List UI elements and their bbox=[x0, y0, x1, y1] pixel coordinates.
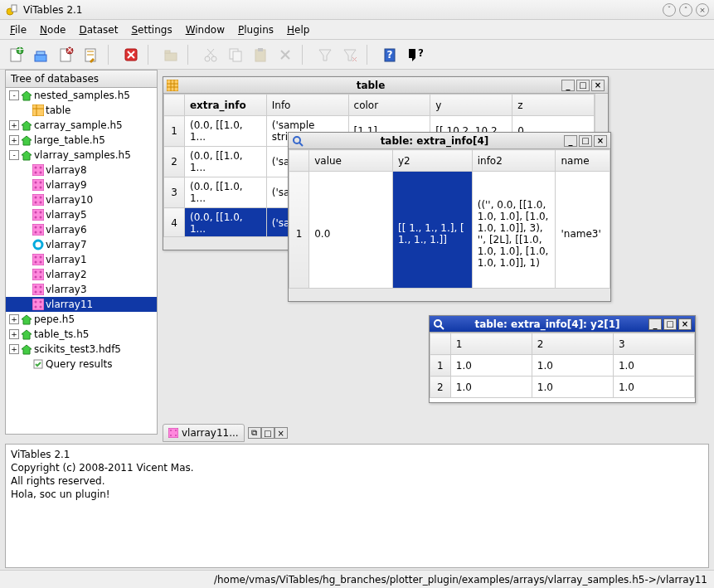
tree-item[interactable]: vlarray2 bbox=[6, 267, 157, 282]
cut-button[interactable] bbox=[199, 43, 222, 66]
menu-help[interactable]: Help bbox=[280, 22, 316, 38]
column-header[interactable]: 1 bbox=[450, 333, 532, 355]
column-header[interactable]: 2 bbox=[532, 333, 613, 355]
menu-node[interactable]: Node bbox=[33, 22, 72, 38]
column-header[interactable]: name bbox=[556, 150, 610, 172]
paste-button[interactable] bbox=[249, 43, 272, 66]
tree-item[interactable]: vlarray5 bbox=[6, 207, 157, 222]
maximize-button[interactable]: ˄ bbox=[679, 3, 692, 17]
table-cell[interactable]: [[ 1., 1., 1.], [ 1., 1., 1.]] bbox=[392, 172, 472, 289]
mdi-minimize-button[interactable]: _ bbox=[648, 318, 662, 330]
close-button[interactable]: × bbox=[696, 3, 709, 17]
tree-expander[interactable]: + bbox=[9, 344, 19, 354]
column-header[interactable]: extra_info bbox=[184, 95, 266, 116]
table-cell[interactable]: 1.0 bbox=[613, 377, 694, 398]
delete-button[interactable] bbox=[119, 43, 143, 66]
help-book-button[interactable]: ? bbox=[378, 43, 401, 66]
filter-clear-button[interactable] bbox=[338, 43, 362, 66]
tree-item[interactable]: vlarray11 bbox=[6, 297, 157, 312]
y2-grid[interactable]: 12311.01.01.021.01.01.0 bbox=[430, 333, 695, 398]
horizontal-scrollbar[interactable] bbox=[289, 288, 610, 301]
tree-item[interactable]: -nested_samples.h5 bbox=[6, 88, 157, 103]
row-header[interactable]: 2 bbox=[430, 377, 451, 398]
folder-button[interactable] bbox=[159, 43, 182, 66]
tree-item[interactable]: -vlarray_samples.h5 bbox=[6, 148, 157, 163]
row-header[interactable]: 2 bbox=[164, 147, 185, 177]
open-button[interactable] bbox=[30, 43, 53, 66]
mdi-close-button[interactable]: × bbox=[678, 318, 692, 330]
tree-item[interactable]: +pepe.h5 bbox=[6, 312, 157, 327]
table-cell[interactable]: (0.0, [[1.0, 1... bbox=[184, 177, 266, 208]
tree-item[interactable]: +table_ts.h5 bbox=[6, 327, 157, 342]
extrainfo-grid[interactable]: valuey2info2name10.0[[ 1., 1., 1.], [ 1.… bbox=[289, 149, 610, 288]
mdi-table-titlebar[interactable]: table _ □ × bbox=[163, 77, 608, 94]
mdi-minimize-button[interactable]: _ bbox=[561, 80, 575, 91]
column-header[interactable]: value bbox=[309, 150, 393, 172]
row-header[interactable]: 1 bbox=[289, 172, 309, 289]
column-header[interactable]: Info bbox=[266, 95, 348, 116]
tree-expander[interactable]: + bbox=[9, 120, 19, 130]
table-cell[interactable]: 1.0 bbox=[532, 377, 613, 398]
mdi-maximize-button[interactable]: □ bbox=[579, 135, 592, 147]
table-cell[interactable]: (0.0, [[1.0, 1... bbox=[184, 208, 266, 237]
menu-dataset[interactable]: Dataset bbox=[72, 22, 124, 38]
mdi-close-button[interactable]: × bbox=[594, 135, 607, 147]
tab-vlarray11[interactable]: vlarray11... bbox=[163, 424, 245, 442]
tree-item[interactable]: vlarray8 bbox=[6, 163, 157, 177]
column-header[interactable]: z bbox=[512, 95, 595, 116]
close-file-button[interactable]: × bbox=[55, 43, 78, 66]
tree-body[interactable]: -nested_samples.h5table+carray_sample.h5… bbox=[6, 88, 157, 435]
new-file-button[interactable]: + bbox=[5, 43, 28, 66]
tree-item[interactable]: vlarray10 bbox=[6, 192, 157, 207]
whats-this-button[interactable]: ? bbox=[403, 43, 426, 66]
remove-button[interactable] bbox=[274, 43, 297, 66]
column-header[interactable]: info2 bbox=[472, 150, 556, 172]
row-header[interactable]: 4 bbox=[164, 208, 185, 237]
tree-item[interactable]: +scikits_test3.hdf5 bbox=[6, 342, 157, 357]
column-header[interactable]: 3 bbox=[613, 333, 694, 355]
copy-button[interactable] bbox=[224, 43, 247, 66]
tree-expander[interactable]: + bbox=[9, 135, 19, 145]
tree-item[interactable]: vlarray7 bbox=[6, 237, 157, 252]
tree-expander[interactable]: - bbox=[9, 150, 19, 160]
tab-restore-button[interactable]: ⧉ bbox=[248, 427, 261, 439]
table-cell[interactable]: 1.0 bbox=[613, 355, 694, 377]
tree-item[interactable]: +carray_sample.h5 bbox=[6, 118, 157, 133]
tree-item[interactable]: table bbox=[6, 103, 157, 118]
tree-item[interactable]: +large_table.h5 bbox=[6, 133, 157, 148]
row-header[interactable]: 1 bbox=[164, 116, 185, 147]
tree-item[interactable]: vlarray6 bbox=[6, 222, 157, 237]
mdi-minimize-button[interactable]: _ bbox=[564, 135, 577, 147]
column-header[interactable]: y bbox=[430, 95, 512, 116]
table-cell[interactable]: 1.0 bbox=[450, 377, 532, 398]
column-header[interactable]: color bbox=[348, 95, 430, 116]
tree-expander[interactable]: - bbox=[9, 90, 19, 100]
menu-window[interactable]: Window bbox=[179, 22, 231, 38]
mdi-y2-titlebar[interactable]: table: extra_info[4]: y2[1] _ □ × bbox=[430, 316, 695, 333]
mdi-extrainfo-titlebar[interactable]: table: extra_info[4] _ □ × bbox=[289, 133, 610, 149]
edit-button[interactable] bbox=[80, 43, 103, 66]
table-cell[interactable]: (0.0, [[1.0, 1... bbox=[184, 147, 266, 177]
menu-plugins[interactable]: Plugins bbox=[231, 22, 280, 38]
tree-item[interactable]: vlarray1 bbox=[6, 252, 157, 267]
mdi-maximize-button[interactable]: □ bbox=[663, 318, 677, 330]
tree-expander[interactable]: + bbox=[9, 314, 19, 324]
tree-item[interactable]: vlarray9 bbox=[6, 177, 157, 192]
table-cell[interactable]: 0.0 bbox=[309, 172, 393, 289]
tab-maximize-button[interactable]: □ bbox=[261, 427, 274, 439]
mdi-maximize-button[interactable]: □ bbox=[576, 80, 590, 91]
row-header[interactable]: 1 bbox=[430, 355, 451, 377]
tree-expander[interactable]: + bbox=[9, 329, 19, 339]
minimize-button[interactable]: ˇ bbox=[663, 3, 676, 17]
row-header[interactable]: 3 bbox=[164, 177, 185, 208]
tree-item[interactable]: vlarray3 bbox=[6, 282, 157, 297]
filter-button[interactable] bbox=[313, 43, 337, 66]
tree-item[interactable]: Query results bbox=[6, 357, 157, 372]
tab-close-button[interactable]: × bbox=[274, 427, 288, 439]
table-cell[interactable]: 'name3' bbox=[556, 172, 610, 289]
mdi-close-button[interactable]: × bbox=[591, 80, 605, 91]
table-cell[interactable]: (('', 0.0, [[1.0, 1.0, 1.0], [1.0, 1.0, … bbox=[472, 172, 556, 289]
table-cell[interactable]: 1.0 bbox=[450, 355, 532, 377]
table-cell[interactable]: 1.0 bbox=[532, 355, 613, 377]
column-header[interactable]: y2 bbox=[392, 150, 472, 172]
